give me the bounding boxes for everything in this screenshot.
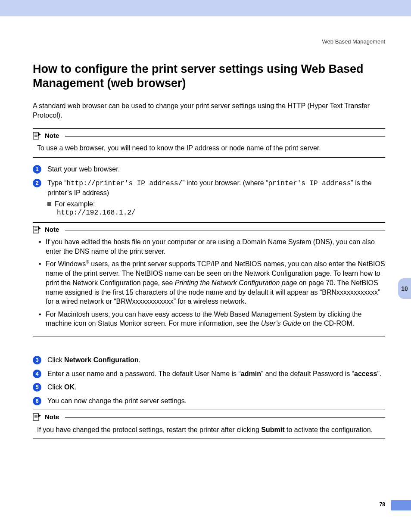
note-block-2: Note If you have edited the hosts file o… [33, 222, 385, 336]
note-block-3: Note If you have changed the protocol se… [33, 410, 385, 439]
chapter-tab: 10 [398, 278, 411, 299]
note-label: Note [45, 225, 62, 234]
note2-bullet-2: For Windows® users, as the print server … [37, 259, 385, 306]
page-number-bar [391, 500, 411, 510]
example-url: http://192.168.1.2/ [57, 208, 385, 218]
step-3: Click Network Configuration. [47, 355, 385, 365]
running-head: Web Based Management [33, 38, 385, 46]
intro-text: A standard web browser can be used to ch… [33, 101, 385, 120]
note-icon [33, 132, 41, 140]
note-label: Note [45, 131, 62, 140]
header-bar [0, 0, 411, 16]
step-number-2: 2 [33, 179, 41, 187]
step-4: Enter a user name and a password. The de… [47, 369, 385, 379]
step-number-4: 4 [33, 370, 41, 378]
note-rule [65, 417, 385, 418]
note2-bullet-1: If you have edited the hosts file on you… [37, 237, 385, 256]
note-rule [65, 136, 385, 137]
step-number-5: 5 [33, 383, 41, 392]
step-2: Type “http://printer's IP address/” into… [47, 178, 385, 218]
step-6: You can now change the print server sett… [47, 396, 385, 406]
step-number-6: 6 [33, 397, 41, 405]
step-number-1: 1 [33, 165, 41, 174]
step-number-3: 3 [33, 356, 41, 364]
note-1-body: To use a web browser, you will need to k… [33, 140, 385, 153]
square-bullet-icon [47, 202, 51, 206]
page-number: 78 [380, 501, 385, 508]
note-label: Note [45, 413, 62, 421]
step-5: Click OK. [47, 383, 385, 392]
note-3-body: If you have changed the protocol setting… [33, 422, 385, 435]
note-rule [65, 230, 385, 230]
step-1: Start your web browser. [47, 165, 385, 174]
note-icon [33, 226, 41, 233]
note-block-1: Note To use a web browser, you will need… [33, 128, 385, 158]
note-icon [33, 413, 41, 421]
note2-bullet-3: For Macintosh users, you can have easy a… [37, 310, 385, 328]
page-title: How to configure the print server settin… [33, 62, 385, 91]
